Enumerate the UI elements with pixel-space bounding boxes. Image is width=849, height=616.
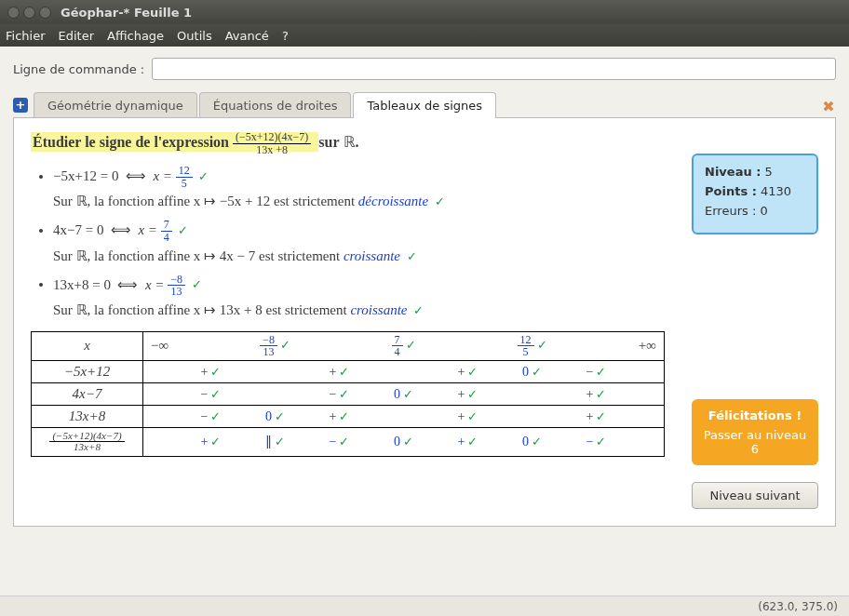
menu-file[interactable]: Fichier — [6, 29, 46, 43]
congrats-title: Félicitations ! — [703, 408, 807, 422]
step-3-adj: croissante — [350, 302, 407, 317]
side-panel: Niveau : 5 Points : 4130 Erreurs : 0 Fél… — [692, 131, 818, 509]
menu-view[interactable]: Affichage — [107, 29, 164, 43]
table-var: x — [32, 331, 143, 360]
command-row: Ligne de commande : — [13, 58, 836, 80]
cursor-coords: (623.0, 375.0) — [758, 600, 838, 613]
add-tab-icon[interactable]: + — [13, 98, 28, 113]
maximize-window-icon[interactable] — [39, 7, 51, 19]
errors-value: 0 — [760, 204, 767, 218]
check-icon: ✓ — [192, 277, 202, 291]
minimize-window-icon[interactable] — [23, 7, 35, 19]
tabs-row: + Géométrie dynamique Équations de droit… — [13, 89, 836, 117]
step-2-solution: 74 — [161, 219, 172, 243]
score-box: Niveau : 5 Points : 4130 Erreurs : 0 — [692, 154, 818, 234]
main-panel: Étudier le signe de l'expression (−5x+12… — [13, 117, 836, 527]
check-icon: ✓ — [178, 223, 188, 237]
level-label: Niveau : — [705, 165, 761, 179]
level-value: 5 — [765, 165, 773, 179]
points-value: 4130 — [761, 184, 791, 198]
exercise-area: Étudier le signe de l'expression (−5x+12… — [31, 131, 669, 509]
problem-sur: sur — [318, 134, 339, 150]
problem-prefix: Étudier le signe de l'expression — [33, 134, 229, 150]
menu-edit[interactable]: Editer — [59, 29, 95, 43]
window-controls — [7, 7, 51, 19]
tab-sign-tables[interactable]: Tableaux de signes — [353, 92, 496, 118]
row-4-label: (−5x+12)(4x−7)13x+8 — [32, 427, 143, 456]
window-title: Géophar-* Feuille 1 — [61, 6, 192, 20]
row-1-label: −5x+12 — [32, 360, 143, 382]
check-icon: ✓ — [435, 194, 445, 208]
problem-statement: Étudier le signe de l'expression (−5x+12… — [31, 131, 669, 155]
step-2: 4x−7 = 0 ⟺ x = 74 ✓ Sur ℝ, la fonction a… — [53, 219, 669, 263]
check-icon: ✓ — [407, 249, 417, 263]
steps-list: −5x+12 = 0 ⟺ x = 125 ✓ Sur ℝ, la fonctio… — [31, 165, 669, 318]
table-header-row: −∞ −813✓ 74✓ 125✓ +∞ — [143, 331, 665, 360]
step-3: 13x+8 = 0 ⟺ x = −813 ✓ Sur ℝ, la fonctio… — [53, 274, 669, 318]
command-label: Ligne de commande : — [13, 62, 144, 76]
titlebar: Géophar-* Feuille 1 — [0, 0, 849, 24]
step-1-solution: 125 — [176, 165, 193, 189]
close-window-icon[interactable] — [7, 7, 20, 19]
check-icon: ✓ — [198, 169, 209, 183]
menu-tools[interactable]: Outils — [177, 29, 212, 43]
points-label: Points : — [705, 184, 757, 198]
menubar: Fichier Editer Affichage Outils Avancé ? — [0, 24, 849, 47]
close-tab-icon[interactable]: ✖ — [821, 98, 836, 113]
menu-advanced[interactable]: Avancé — [225, 29, 269, 43]
tab-geometry[interactable]: Géométrie dynamique — [34, 92, 197, 118]
next-level-button[interactable]: Niveau suivant — [692, 482, 818, 509]
statusbar: (623.0, 375.0) — [0, 596, 849, 616]
step-3-solution: −813 — [168, 274, 185, 298]
congrats-box: Félicitations ! Passer au niveau 6 — [692, 399, 818, 465]
problem-expression: (−5x+12)(4x−7) 13x +8 — [233, 131, 311, 155]
problem-set: ℝ — [344, 134, 356, 150]
step-1-adj: décroissante — [358, 194, 428, 208]
check-icon: ✓ — [413, 303, 424, 317]
step-1: −5x+12 = 0 ⟺ x = 125 ✓ Sur ℝ, la fonctio… — [53, 165, 669, 209]
errors-label: Erreurs : — [705, 204, 756, 218]
row-3-label: 13x+8 — [32, 405, 143, 427]
step-2-adj: croissante — [344, 248, 400, 263]
row-2-label: 4x−7 — [32, 382, 143, 405]
menu-help[interactable]: ? — [282, 29, 289, 43]
command-input[interactable] — [152, 58, 836, 80]
sign-table: x −∞ −813✓ 74✓ 125✓ +∞ — [31, 331, 665, 457]
tab-equations[interactable]: Équations de droites — [199, 92, 352, 118]
content-area: Ligne de commande : + Géométrie dynamiqu… — [0, 47, 849, 596]
congrats-text: Passer au niveau 6 — [703, 428, 807, 456]
